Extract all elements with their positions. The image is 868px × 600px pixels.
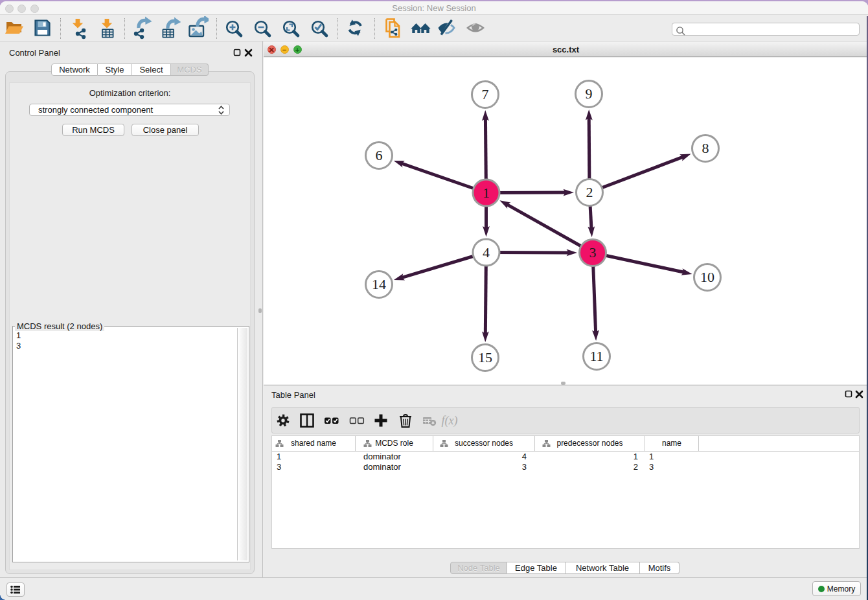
- svg-text:10: 10: [700, 269, 714, 285]
- svg-text:2: 2: [586, 184, 593, 200]
- svg-text:11: 11: [589, 348, 603, 364]
- svg-text:6: 6: [376, 147, 383, 163]
- svg-text:1: 1: [483, 185, 490, 201]
- svg-text:9: 9: [586, 86, 593, 102]
- svg-text:f(x): f(x): [442, 414, 458, 428]
- svg-text:4: 4: [483, 244, 490, 260]
- svg-text:8: 8: [702, 140, 709, 156]
- svg-text:7: 7: [482, 86, 489, 102]
- svg-text:3: 3: [589, 244, 597, 260]
- svg-text:15: 15: [478, 349, 492, 365]
- svg-text:14: 14: [372, 276, 386, 292]
